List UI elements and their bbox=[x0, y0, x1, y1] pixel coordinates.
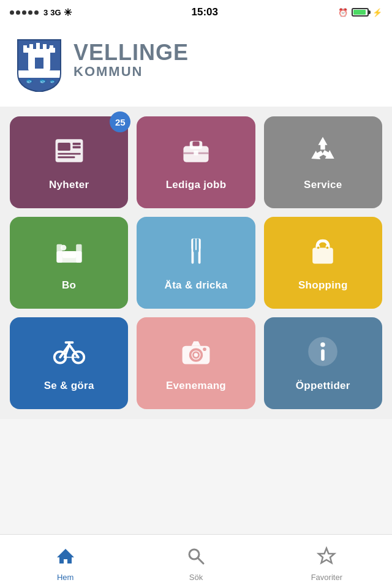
svg-rect-30 bbox=[62, 251, 75, 258]
tile-oppettider-label: Öppettider bbox=[296, 380, 350, 392]
tile-nyheter-label: Nyheter bbox=[49, 179, 89, 191]
carrier-label: 3 bbox=[43, 8, 48, 17]
home-icon bbox=[56, 546, 75, 570]
svg-rect-34 bbox=[192, 238, 201, 250]
tile-oppettider[interactable]: Öppettider bbox=[264, 317, 382, 409]
tile-segora[interactable]: Se & göra bbox=[10, 317, 128, 409]
logo-shield: 🐟 🐟 🐟 bbox=[15, 37, 64, 92]
tile-service-label: Service bbox=[304, 179, 342, 191]
tab-hem-label: Hem bbox=[57, 573, 74, 582]
status-left: 3 3G ✳ bbox=[10, 7, 72, 18]
svg-rect-18 bbox=[58, 156, 75, 158]
time-display: 15:03 bbox=[192, 6, 218, 18]
tile-segora-label: Se & göra bbox=[44, 380, 94, 392]
svg-rect-21 bbox=[192, 141, 199, 146]
alarm-icon: ⏰ bbox=[338, 8, 348, 17]
svg-rect-16 bbox=[72, 146, 80, 149]
nyheter-badge: 25 bbox=[110, 111, 130, 132]
bag-icon bbox=[306, 234, 340, 273]
svg-text:🐟: 🐟 bbox=[39, 77, 47, 85]
svg-rect-17 bbox=[58, 153, 80, 155]
app-header: 🐟 🐟 🐟 VELLINGE KOMMUN bbox=[0, 24, 392, 107]
tile-bo[interactable]: Bo bbox=[10, 217, 128, 309]
tab-bar: Hem Sök Favoriter bbox=[0, 534, 392, 588]
svg-rect-23 bbox=[194, 151, 198, 155]
svg-rect-9 bbox=[35, 58, 43, 69]
svg-rect-15 bbox=[72, 143, 80, 145]
svg-point-41 bbox=[326, 247, 329, 249]
svg-rect-6 bbox=[36, 43, 40, 50]
tile-shopping-label: Shopping bbox=[298, 279, 348, 292]
svg-marker-60 bbox=[318, 548, 334, 563]
tile-shopping[interactable]: Shopping bbox=[264, 217, 382, 309]
tile-grid: 25 Nyheter Lediga jobb bbox=[0, 107, 392, 419]
svg-line-59 bbox=[198, 558, 203, 564]
bike-icon bbox=[52, 334, 86, 374]
svg-text:🐟: 🐟 bbox=[26, 77, 34, 85]
svg-text:🐟: 🐟 bbox=[50, 78, 56, 84]
svg-rect-14 bbox=[58, 143, 70, 151]
star-icon bbox=[317, 546, 336, 570]
logo-text: VELLINGE KOMMUN bbox=[74, 37, 189, 80]
tile-nyheter[interactable]: 25 Nyheter bbox=[10, 116, 128, 208]
svg-rect-55 bbox=[322, 349, 325, 361]
status-right: ⏰ ⚡ bbox=[338, 8, 382, 17]
tab-favoriter-label: Favoriter bbox=[311, 573, 342, 582]
tile-bo-label: Bo bbox=[62, 279, 76, 292]
svg-rect-36 bbox=[197, 238, 199, 252]
tile-evenemang-label: Evenemang bbox=[166, 380, 226, 392]
svg-point-31 bbox=[61, 245, 66, 251]
recycle-icon bbox=[306, 134, 340, 173]
svg-rect-4 bbox=[23, 45, 27, 50]
bed-icon bbox=[52, 234, 86, 273]
status-bar: 3 3G ✳ 15:03 ⏰ ⚡ bbox=[0, 0, 392, 24]
tile-ata-label: Äta & dricka bbox=[165, 279, 228, 292]
network-label: 3G bbox=[50, 8, 61, 17]
tile-service[interactable]: Service bbox=[264, 116, 382, 208]
tile-evenemang[interactable]: Evenemang bbox=[137, 317, 255, 409]
svg-marker-25 bbox=[312, 151, 324, 159]
svg-rect-29 bbox=[76, 244, 81, 263]
svg-point-56 bbox=[321, 342, 325, 347]
svg-point-53 bbox=[203, 347, 206, 351]
brand-name-top: VELLINGE bbox=[74, 42, 189, 64]
briefcase-icon bbox=[179, 134, 213, 173]
tab-favoriter[interactable]: Favoriter bbox=[262, 541, 392, 582]
tile-jobb[interactable]: Lediga jobb bbox=[137, 116, 255, 208]
tab-sok-label: Sök bbox=[189, 573, 203, 582]
tile-ata[interactable]: Äta & dricka bbox=[137, 217, 255, 309]
brand-name-bottom: KOMMUN bbox=[74, 64, 189, 80]
svg-rect-8 bbox=[50, 45, 53, 50]
camera-icon bbox=[179, 334, 213, 374]
svg-point-40 bbox=[317, 247, 320, 249]
tab-sok[interactable]: Sök bbox=[130, 541, 261, 582]
battery-indicator bbox=[352, 8, 369, 17]
svg-rect-7 bbox=[43, 44, 47, 50]
svg-rect-5 bbox=[29, 44, 33, 50]
info-icon bbox=[306, 334, 340, 374]
search-icon bbox=[186, 546, 206, 570]
fork-knife-icon bbox=[179, 234, 213, 273]
bolt-icon: ⚡ bbox=[372, 8, 382, 17]
loading-icon: ✳ bbox=[64, 7, 72, 18]
svg-rect-37 bbox=[313, 247, 334, 263]
svg-rect-35 bbox=[193, 238, 195, 252]
svg-marker-26 bbox=[322, 150, 334, 159]
newspaper-icon bbox=[52, 134, 86, 173]
svg-marker-24 bbox=[318, 137, 328, 150]
tile-jobb-label: Lediga jobb bbox=[166, 179, 227, 191]
tab-hem[interactable]: Hem bbox=[0, 541, 130, 582]
signal-dots bbox=[10, 10, 39, 15]
svg-marker-57 bbox=[57, 549, 74, 564]
